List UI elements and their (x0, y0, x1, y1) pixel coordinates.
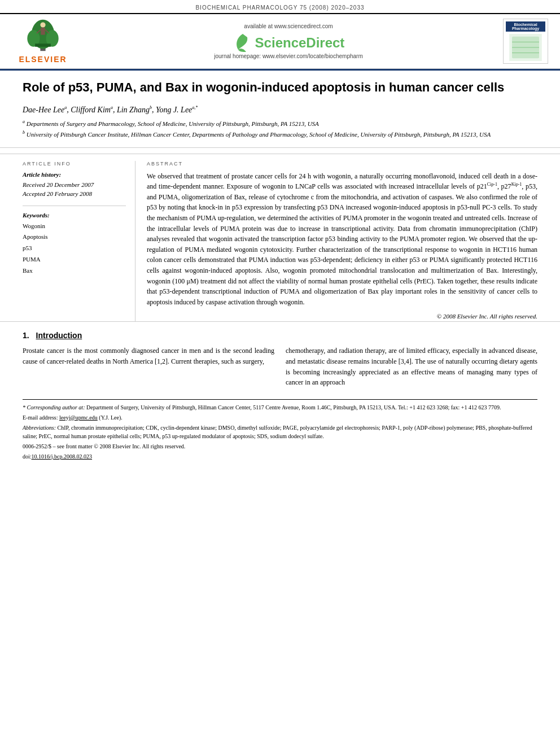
keyword-5: Bax (23, 265, 126, 277)
keywords-label: Keywords: (23, 212, 126, 219)
bp-logo-label: BiochemicalPharmacology (512, 23, 539, 30)
section-number: 1. (23, 331, 29, 340)
intro-left-col: Prostate cancer is the most commonly dia… (23, 346, 274, 387)
abstract-column: ABSTRACT We observed that treatment of p… (147, 161, 537, 322)
svg-point-5 (40, 22, 45, 27)
available-text: available at www.sciencedirect.com (244, 23, 333, 29)
affil-b-text: University of Pittsburgh Cancer Institut… (27, 131, 491, 138)
abbreviations-line: Abbreviations: ChIP, chromatin immunopre… (23, 423, 537, 440)
affil-a-sup: a (23, 119, 25, 124)
author-3: Lin Zhang (117, 105, 150, 113)
intro-left-text: Prostate cancer is the most commonly dia… (23, 346, 274, 366)
author-4: Yong J. Lee (156, 105, 192, 113)
doi-line: doi:10.1016/j.bcp.2008.02.023 (23, 452, 537, 461)
affil-b-sup: b (23, 130, 25, 135)
elsevier-logo: ELSEVIER (9, 19, 77, 64)
footer-text: * Corresponding author at: Department of… (23, 403, 537, 461)
doi-link[interactable]: 10.1016/j.bcp.2008.02.023 (32, 453, 93, 460)
footer-section: * Corresponding author at: Department of… (23, 399, 537, 461)
author-2-sup: a (111, 105, 113, 110)
email-link[interactable]: leeyj@upmc.edu (59, 414, 98, 421)
keyword-4: PUMA (23, 254, 126, 265)
affiliation-a: a Departments of Surgery and Pharmacolog… (23, 119, 537, 128)
author-4-sup: a,* (192, 105, 198, 110)
received-text: Received 20 December 2007 (23, 180, 126, 190)
journal-logo-right: BiochemicalPharmacology (500, 19, 551, 64)
corresponding-author-note: * Corresponding author at: Department of… (23, 403, 537, 412)
sciencedirect-leaf-icon (233, 33, 253, 53)
footnote-star: * Corresponding author at: (23, 404, 85, 410)
author-3-sup: b (150, 105, 152, 110)
authors-line: Dae-Hee Leea, Clifford Kima, Lin Zhangb,… (23, 105, 537, 115)
author-1: Dae-Hee Lee (23, 105, 64, 113)
affil-a-text: Departments of Surgery and Pharmacology,… (27, 120, 319, 127)
sciencedirect-text: ScienceDirect (255, 35, 345, 51)
email-line: E-mail address: leeyj@upmc.edu (Y.J. Lee… (23, 413, 537, 422)
intro-columns: Prostate cancer is the most commonly dia… (23, 346, 537, 387)
abbreviations-label: Abbreviations: (23, 425, 56, 431)
divider-1 (23, 206, 126, 206)
journal-homepage-text: journal homepage: www.elsevier.com/locat… (214, 53, 362, 59)
svg-rect-6 (41, 28, 45, 35)
svg-rect-4 (35, 43, 51, 47)
keyword-1: Wogonin (23, 221, 126, 232)
article-info-section-label: ARTICLE INFO (23, 161, 126, 167)
bp-logo-top: BiochemicalPharmacology (506, 21, 545, 32)
center-banner: available at www.sciencedirect.com Scien… (82, 19, 495, 64)
and-text: and (327, 347, 337, 355)
banner-area: ELSEVIER available at www.sciencedirect.… (0, 13, 560, 69)
bp-journal-cover-icon (509, 34, 542, 61)
intro-right-col: chemotherapy, and radiation therapy, are… (286, 346, 537, 387)
elsevier-label: ELSEVIER (19, 55, 67, 64)
affiliation-b: b University of Pittsburgh Cancer Instit… (23, 129, 537, 139)
main-content: ARTICLE INFO Article history: Received 2… (0, 154, 560, 322)
article-title: Role of p53, PUMA, and Bax in wogonin-in… (23, 80, 537, 96)
keyword-2: Apoptosis (23, 231, 126, 243)
keywords-list: Wogonin Apoptosis p53 PUMA Bax (23, 221, 126, 277)
corresponding-author-text: Department of Surgery, University of Pit… (86, 404, 501, 410)
article-title-section: Role of p53, PUMA, and Bax in wogonin-in… (0, 69, 560, 148)
section-heading-text: Introduction (36, 331, 82, 340)
article-history-label: Article history: (23, 171, 126, 178)
copyright-line: © 2008 Elsevier Inc. All rights reserved… (147, 312, 537, 321)
elsevier-tree-icon (20, 19, 65, 53)
affiliations: a Departments of Surgery and Pharmacolog… (23, 119, 537, 139)
intro-right-text: chemotherapy, and radiation therapy, are… (286, 346, 537, 387)
article-info-column: ARTICLE INFO Article history: Received 2… (23, 161, 135, 322)
issn-line: 0006-2952/$ – see front matter © 2008 El… (23, 442, 537, 451)
article-received: Received 20 December 2007 Accepted 20 Fe… (23, 180, 126, 199)
abstract-section-label: ABSTRACT (147, 161, 537, 167)
journal-citation: BIOCHEMICAL PHARMACOLOGY 75 (2008) 2020–… (195, 5, 364, 11)
journal-header-top: BIOCHEMICAL PHARMACOLOGY 75 (2008) 2020–… (0, 0, 560, 13)
page-wrapper: BIOCHEMICAL PHARMACOLOGY 75 (2008) 2020–… (0, 0, 560, 747)
author-1-sup: a (64, 105, 67, 110)
sciencedirect-logo: ScienceDirect (233, 33, 345, 53)
bp-logo-box: BiochemicalPharmacology (503, 19, 548, 64)
author-2: Clifford Kim (71, 105, 111, 113)
abstract-text: We observed that treatment of prostate c… (147, 171, 537, 322)
introduction-section: 1. Introduction Prostate cancer is the m… (0, 321, 560, 387)
keyword-3: p53 (23, 243, 126, 254)
abstract-paragraph: We observed that treatment of prostate c… (147, 171, 537, 308)
introduction-heading: 1. Introduction (23, 331, 537, 340)
accepted-text: Accepted 20 February 2008 (23, 189, 126, 199)
